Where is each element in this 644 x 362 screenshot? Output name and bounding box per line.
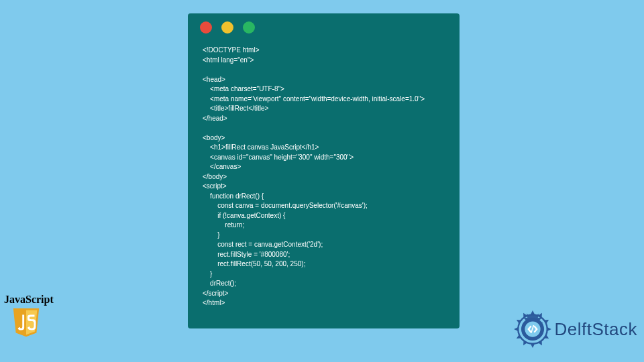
delftstack-text: DelftStack	[555, 319, 638, 340]
delftstack-brand: DelftStack	[512, 308, 638, 350]
javascript-badge: JavaScript	[4, 294, 58, 342]
javascript-logo-icon	[9, 307, 43, 339]
code-editor-window: <!DOCTYPE html> <html lang="en"> <head> …	[188, 13, 460, 328]
close-dot-icon	[200, 21, 212, 34]
javascript-label: JavaScript	[4, 294, 58, 306]
minimize-dot-icon	[221, 21, 233, 34]
window-title-bar	[188, 13, 460, 42]
code-content: <!DOCTYPE html> <html lang="en"> <head> …	[188, 42, 460, 315]
delftstack-logo-icon	[512, 308, 553, 350]
maximize-dot-icon	[243, 21, 255, 34]
